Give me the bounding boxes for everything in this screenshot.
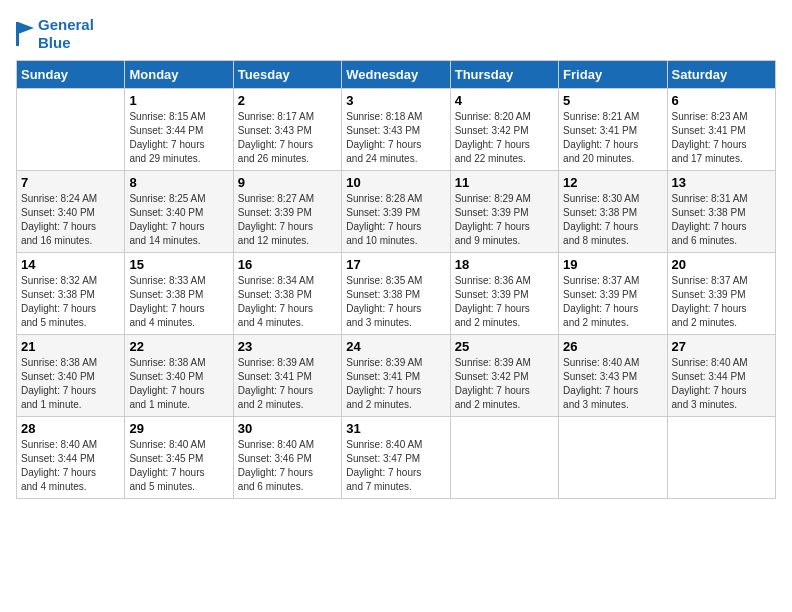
day-number: 13 xyxy=(672,175,771,190)
calendar-cell: 2Sunrise: 8:17 AM Sunset: 3:43 PM Daylig… xyxy=(233,89,341,171)
day-info: Sunrise: 8:18 AM Sunset: 3:43 PM Dayligh… xyxy=(346,110,445,166)
day-info: Sunrise: 8:31 AM Sunset: 3:38 PM Dayligh… xyxy=(672,192,771,248)
day-info: Sunrise: 8:20 AM Sunset: 3:42 PM Dayligh… xyxy=(455,110,554,166)
calendar-cell: 30Sunrise: 8:40 AM Sunset: 3:46 PM Dayli… xyxy=(233,417,341,499)
day-number: 27 xyxy=(672,339,771,354)
calendar-cell: 29Sunrise: 8:40 AM Sunset: 3:45 PM Dayli… xyxy=(125,417,233,499)
day-number: 20 xyxy=(672,257,771,272)
day-number: 17 xyxy=(346,257,445,272)
day-info: Sunrise: 8:39 AM Sunset: 3:41 PM Dayligh… xyxy=(346,356,445,412)
day-number: 22 xyxy=(129,339,228,354)
weekday-header: Monday xyxy=(125,61,233,89)
calendar-cell: 6Sunrise: 8:23 AM Sunset: 3:41 PM Daylig… xyxy=(667,89,775,171)
calendar-cell xyxy=(450,417,558,499)
day-info: Sunrise: 8:27 AM Sunset: 3:39 PM Dayligh… xyxy=(238,192,337,248)
day-number: 29 xyxy=(129,421,228,436)
calendar-cell: 18Sunrise: 8:36 AM Sunset: 3:39 PM Dayli… xyxy=(450,253,558,335)
svg-rect-1 xyxy=(16,22,19,46)
day-info: Sunrise: 8:40 AM Sunset: 3:44 PM Dayligh… xyxy=(672,356,771,412)
calendar-week-row: 21Sunrise: 8:38 AM Sunset: 3:40 PM Dayli… xyxy=(17,335,776,417)
day-info: Sunrise: 8:37 AM Sunset: 3:39 PM Dayligh… xyxy=(672,274,771,330)
calendar-cell: 24Sunrise: 8:39 AM Sunset: 3:41 PM Dayli… xyxy=(342,335,450,417)
calendar-cell: 11Sunrise: 8:29 AM Sunset: 3:39 PM Dayli… xyxy=(450,171,558,253)
calendar-cell: 1Sunrise: 8:15 AM Sunset: 3:44 PM Daylig… xyxy=(125,89,233,171)
calendar-cell: 20Sunrise: 8:37 AM Sunset: 3:39 PM Dayli… xyxy=(667,253,775,335)
day-number: 4 xyxy=(455,93,554,108)
calendar-cell: 31Sunrise: 8:40 AM Sunset: 3:47 PM Dayli… xyxy=(342,417,450,499)
page-header: General Blue xyxy=(16,16,776,52)
calendar-cell: 19Sunrise: 8:37 AM Sunset: 3:39 PM Dayli… xyxy=(559,253,667,335)
day-info: Sunrise: 8:38 AM Sunset: 3:40 PM Dayligh… xyxy=(129,356,228,412)
calendar-cell: 27Sunrise: 8:40 AM Sunset: 3:44 PM Dayli… xyxy=(667,335,775,417)
day-number: 19 xyxy=(563,257,662,272)
day-number: 6 xyxy=(672,93,771,108)
logo-text-blue: Blue xyxy=(38,34,94,52)
calendar-cell: 28Sunrise: 8:40 AM Sunset: 3:44 PM Dayli… xyxy=(17,417,125,499)
calendar-cell: 14Sunrise: 8:32 AM Sunset: 3:38 PM Dayli… xyxy=(17,253,125,335)
day-number: 7 xyxy=(21,175,120,190)
day-number: 5 xyxy=(563,93,662,108)
day-info: Sunrise: 8:38 AM Sunset: 3:40 PM Dayligh… xyxy=(21,356,120,412)
day-info: Sunrise: 8:23 AM Sunset: 3:41 PM Dayligh… xyxy=(672,110,771,166)
calendar-cell xyxy=(667,417,775,499)
calendar-cell: 9Sunrise: 8:27 AM Sunset: 3:39 PM Daylig… xyxy=(233,171,341,253)
calendar-cell: 12Sunrise: 8:30 AM Sunset: 3:38 PM Dayli… xyxy=(559,171,667,253)
weekday-header: Tuesday xyxy=(233,61,341,89)
day-info: Sunrise: 8:32 AM Sunset: 3:38 PM Dayligh… xyxy=(21,274,120,330)
weekday-header: Friday xyxy=(559,61,667,89)
day-number: 9 xyxy=(238,175,337,190)
day-info: Sunrise: 8:40 AM Sunset: 3:45 PM Dayligh… xyxy=(129,438,228,494)
day-info: Sunrise: 8:39 AM Sunset: 3:41 PM Dayligh… xyxy=(238,356,337,412)
calendar-cell: 13Sunrise: 8:31 AM Sunset: 3:38 PM Dayli… xyxy=(667,171,775,253)
day-info: Sunrise: 8:15 AM Sunset: 3:44 PM Dayligh… xyxy=(129,110,228,166)
weekday-header: Thursday xyxy=(450,61,558,89)
day-info: Sunrise: 8:36 AM Sunset: 3:39 PM Dayligh… xyxy=(455,274,554,330)
day-number: 10 xyxy=(346,175,445,190)
day-number: 14 xyxy=(21,257,120,272)
day-info: Sunrise: 8:30 AM Sunset: 3:38 PM Dayligh… xyxy=(563,192,662,248)
day-number: 24 xyxy=(346,339,445,354)
calendar-cell: 26Sunrise: 8:40 AM Sunset: 3:43 PM Dayli… xyxy=(559,335,667,417)
calendar-cell: 7Sunrise: 8:24 AM Sunset: 3:40 PM Daylig… xyxy=(17,171,125,253)
calendar-cell: 4Sunrise: 8:20 AM Sunset: 3:42 PM Daylig… xyxy=(450,89,558,171)
day-info: Sunrise: 8:40 AM Sunset: 3:47 PM Dayligh… xyxy=(346,438,445,494)
day-number: 3 xyxy=(346,93,445,108)
day-info: Sunrise: 8:34 AM Sunset: 3:38 PM Dayligh… xyxy=(238,274,337,330)
day-number: 25 xyxy=(455,339,554,354)
calendar-cell xyxy=(17,89,125,171)
day-info: Sunrise: 8:24 AM Sunset: 3:40 PM Dayligh… xyxy=(21,192,120,248)
day-number: 30 xyxy=(238,421,337,436)
calendar-cell: 25Sunrise: 8:39 AM Sunset: 3:42 PM Dayli… xyxy=(450,335,558,417)
day-number: 21 xyxy=(21,339,120,354)
logo: General Blue xyxy=(16,16,94,52)
calendar-cell: 10Sunrise: 8:28 AM Sunset: 3:39 PM Dayli… xyxy=(342,171,450,253)
day-info: Sunrise: 8:39 AM Sunset: 3:42 PM Dayligh… xyxy=(455,356,554,412)
day-info: Sunrise: 8:35 AM Sunset: 3:38 PM Dayligh… xyxy=(346,274,445,330)
day-info: Sunrise: 8:40 AM Sunset: 3:46 PM Dayligh… xyxy=(238,438,337,494)
calendar-cell: 3Sunrise: 8:18 AM Sunset: 3:43 PM Daylig… xyxy=(342,89,450,171)
calendar-cell: 5Sunrise: 8:21 AM Sunset: 3:41 PM Daylig… xyxy=(559,89,667,171)
day-number: 2 xyxy=(238,93,337,108)
day-info: Sunrise: 8:40 AM Sunset: 3:44 PM Dayligh… xyxy=(21,438,120,494)
day-info: Sunrise: 8:21 AM Sunset: 3:41 PM Dayligh… xyxy=(563,110,662,166)
calendar-cell: 23Sunrise: 8:39 AM Sunset: 3:41 PM Dayli… xyxy=(233,335,341,417)
day-info: Sunrise: 8:25 AM Sunset: 3:40 PM Dayligh… xyxy=(129,192,228,248)
day-info: Sunrise: 8:33 AM Sunset: 3:38 PM Dayligh… xyxy=(129,274,228,330)
calendar-week-row: 28Sunrise: 8:40 AM Sunset: 3:44 PM Dayli… xyxy=(17,417,776,499)
day-number: 18 xyxy=(455,257,554,272)
logo-text-general: General xyxy=(38,16,94,34)
day-number: 1 xyxy=(129,93,228,108)
weekday-header: Sunday xyxy=(17,61,125,89)
calendar-cell xyxy=(559,417,667,499)
day-number: 26 xyxy=(563,339,662,354)
calendar-table: SundayMondayTuesdayWednesdayThursdayFrid… xyxy=(16,60,776,499)
calendar-week-row: 14Sunrise: 8:32 AM Sunset: 3:38 PM Dayli… xyxy=(17,253,776,335)
day-number: 23 xyxy=(238,339,337,354)
calendar-cell: 8Sunrise: 8:25 AM Sunset: 3:40 PM Daylig… xyxy=(125,171,233,253)
calendar-cell: 16Sunrise: 8:34 AM Sunset: 3:38 PM Dayli… xyxy=(233,253,341,335)
day-number: 11 xyxy=(455,175,554,190)
day-number: 12 xyxy=(563,175,662,190)
day-number: 28 xyxy=(21,421,120,436)
calendar-week-row: 1Sunrise: 8:15 AM Sunset: 3:44 PM Daylig… xyxy=(17,89,776,171)
day-number: 31 xyxy=(346,421,445,436)
